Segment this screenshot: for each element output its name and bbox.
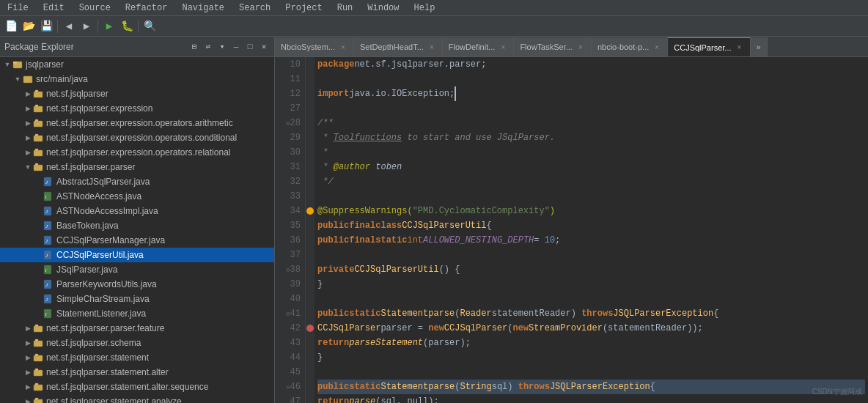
svg-rect-36 <box>35 325 38 327</box>
tree-icon-java-interface: I <box>43 191 54 202</box>
tree-arrow-net.sf.jsqlparser.parser.feature[interactable]: ▶ <box>23 325 32 332</box>
tab-close-btn[interactable]: × <box>735 43 744 52</box>
tree-item-net.sf.jsqlparser.statement.analyze[interactable]: ▶net.sf.jsqlparser.statement.analyze <box>0 394 274 403</box>
tree-label: ASTNodeAccessImpl.java <box>56 206 158 216</box>
tree-item-ASTNodeAccessImpl.java[interactable]: JASTNodeAccessImpl.java <box>0 204 274 218</box>
tab-close-btn[interactable]: × <box>427 42 436 51</box>
tree-arrow-net.sf.jsqlparser.statement.alter[interactable]: ▶ <box>23 369 32 376</box>
gutter-marker <box>306 350 315 365</box>
tree-item-net.sf.jsqlparser.expression.operators.conditional[interactable]: ▶net.sf.jsqlparser.expression.operators.… <box>0 130 274 145</box>
tree-arrow-net.sf.jsqlparser.expression.operators.arithmetic[interactable]: ▶ <box>23 119 32 127</box>
tree-label: net.sf.jsqlparser.statement.alter.sequen… <box>46 382 208 392</box>
tree-item-jsqlparser[interactable]: ▼jsqlparser <box>0 57 274 72</box>
toolbar-search[interactable]: 🔍 <box>141 18 158 34</box>
line-numbers: 10111227⊖28293031323334353637⊖383940⊖414… <box>275 57 306 403</box>
toolbar-new[interactable]: 📄 <box>3 18 19 34</box>
menu-edit[interactable]: Edit <box>40 1 67 15</box>
line-number: 33 <box>275 189 301 204</box>
tree-arrow-net.sf.jsqlparser.statement.analyze[interactable]: ▶ <box>23 398 32 403</box>
tab-close-btn[interactable]: × <box>576 42 585 51</box>
tree-item-net.sf.jsqlparser.schema[interactable]: ▶net.sf.jsqlparser.schema <box>0 336 274 350</box>
svg-rect-3 <box>34 92 43 97</box>
tree-item-ASTNodeAccess.java[interactable]: IASTNodeAccess.java <box>0 189 274 204</box>
gutter-marker <box>306 365 315 380</box>
tab-overflow[interactable]: » <box>751 37 768 56</box>
code-content[interactable]: package net.sf.jsqlparser.parser;import … <box>315 57 868 403</box>
close-panel-icon[interactable]: ✕ <box>258 41 270 53</box>
tree-icon-package <box>32 161 44 173</box>
tree-item-SimpleCharStream.java[interactable]: JSimpleCharStream.java <box>0 292 274 306</box>
tree-item-src-main-java[interactable]: ▼src/main/java <box>0 72 274 86</box>
toolbar-save[interactable]: 💾 <box>38 18 54 34</box>
svg-rect-41 <box>34 370 43 376</box>
tree-item-CCJSqlParserManager.java[interactable]: JCCJSqlParserManager.java <box>0 233 274 248</box>
explorer-tree[interactable]: ▼jsqlparser▼src/main/java▶net.sf.jsqlpar… <box>0 57 274 403</box>
toolbar-open[interactable]: 📂 <box>21 18 37 34</box>
tree-item-net.sf.jsqlparser.statement.alter[interactable]: ▶net.sf.jsqlparser.statement.alter <box>0 365 274 380</box>
svg-rect-8 <box>35 119 38 122</box>
tree-arrow-net.sf.jsqlparser.parser[interactable]: ▼ <box>23 163 32 171</box>
toolbar-forward[interactable]: ▶ <box>78 18 95 34</box>
gutter-marker <box>306 218 315 233</box>
collapse-all-icon[interactable]: ⊟ <box>188 41 200 53</box>
tree-item-ParserKeywordsUtils.java[interactable]: JParserKeywordsUtils.java <box>0 277 274 292</box>
tab-FlowDefinit[interactable]: FlowDefinit...× <box>443 37 515 56</box>
tree-arrow-net.sf.jsqlparser.statement.alter.sequence[interactable]: ▶ <box>23 383 32 391</box>
gutter-marker <box>306 101 315 116</box>
tab-close-btn[interactable]: × <box>499 42 507 51</box>
tab-close-btn[interactable]: × <box>339 42 347 51</box>
tree-icon-java-interface: I <box>43 264 54 276</box>
tree-label: net.sf.jsqlparser.parser <box>46 162 135 172</box>
tree-item-JSqlParser.java[interactable]: IJSqlParser.java <box>0 262 274 277</box>
tree-item-net.sf.jsqlparser.parser.feature[interactable]: ▶net.sf.jsqlparser.parser.feature <box>0 321 274 336</box>
toolbar-sep3 <box>138 20 139 33</box>
toolbar-back[interactable]: ◀ <box>61 18 77 34</box>
tree-item-net.sf.jsqlparser.statement[interactable]: ▶net.sf.jsqlparser.statement <box>0 350 274 365</box>
tab-CCJSqlParser[interactable]: CCJSqlParser...× <box>668 37 750 56</box>
menu-source[interactable]: Source <box>76 1 114 15</box>
tree-item-net.sf.jsqlparser[interactable]: ▶net.sf.jsqlparser <box>0 86 274 101</box>
tree-arrow-net.sf.jsqlparser.statement[interactable]: ▶ <box>23 354 32 361</box>
toolbar-run[interactable]: ▶ <box>101 18 117 34</box>
tab-SetDepthHead[interactable]: SetDepthHeadT...× <box>354 37 443 56</box>
menu-run[interactable]: Run <box>334 1 356 15</box>
tree-arrow-net.sf.jsqlparser.expression.operators.relational[interactable]: ▶ <box>23 149 32 156</box>
tab-nbcio-boot-p[interactable]: nbcio-boot-p...× <box>592 37 668 56</box>
menu-project[interactable]: Project <box>282 1 325 15</box>
toolbar-debug[interactable]: 🐛 <box>119 18 135 34</box>
svg-rect-4 <box>35 90 38 92</box>
view-menu-icon[interactable]: ▾ <box>216 41 228 53</box>
menu-search[interactable]: Search <box>236 1 273 15</box>
maximize-icon[interactable]: □ <box>244 41 256 53</box>
tab-FlowTaskSer[interactable]: FlowTaskSer...× <box>514 37 592 56</box>
tree-item-AbstractJSqlParser.java[interactable]: JAbstractJSqlParser.java <box>0 174 274 189</box>
tree-arrow-src-main-java[interactable]: ▼ <box>13 75 22 83</box>
line-number: ⊖38 <box>275 262 301 277</box>
line-number: 30 <box>275 145 301 160</box>
tree-item-net.sf.jsqlparser.expression[interactable]: ▶net.sf.jsqlparser.expression <box>0 101 274 116</box>
tree-item-net.sf.jsqlparser.expression.operators.arithmetic[interactable]: ▶net.sf.jsqlparser.expression.operators.… <box>0 116 274 130</box>
tree-item-net.sf.jsqlparser.parser[interactable]: ▼net.sf.jsqlparser.parser <box>0 160 274 174</box>
tree-arrow-net.sf.jsqlparser[interactable]: ▶ <box>23 90 32 97</box>
tree-arrow-net.sf.jsqlparser.schema[interactable]: ▶ <box>23 339 32 347</box>
tree-arrow-net.sf.jsqlparser.expression[interactable]: ▶ <box>23 105 32 112</box>
tree-item-StatementListener.java[interactable]: IStatementListener.java <box>0 306 274 321</box>
link-editor-icon[interactable]: ⇌ <box>202 41 214 53</box>
tree-item-net.sf.jsqlparser.statement.alter.sequence[interactable]: ▶net.sf.jsqlparser.statement.alter.seque… <box>0 380 274 394</box>
menu-file[interactable]: File <box>4 1 32 15</box>
tab-NbcioSystem[interactable]: NbcioSystem...× <box>275 37 354 56</box>
minimize-icon[interactable]: — <box>230 41 242 53</box>
menu-navigate[interactable]: Navigate <box>179 1 227 15</box>
tree-item-net.sf.jsqlparser.expression.operators.relational[interactable]: ▶net.sf.jsqlparser.expression.operators.… <box>0 145 274 160</box>
menu-window[interactable]: Window <box>364 1 402 15</box>
tree-icon-package <box>32 381 44 393</box>
menu-refactor[interactable]: Refactor <box>122 1 171 15</box>
tree-arrow-net.sf.jsqlparser.expression.operators.conditional[interactable]: ▶ <box>23 134 32 141</box>
svg-rect-14 <box>35 163 38 166</box>
tab-close-btn[interactable]: × <box>652 42 661 51</box>
tree-item-BaseToken.java[interactable]: JBaseToken.java <box>0 218 274 233</box>
menu-help[interactable]: Help <box>411 1 438 15</box>
tree-arrow-jsqlparser[interactable]: ▼ <box>3 61 12 68</box>
tree-icon-java: J <box>43 205 54 217</box>
tree-item-CCJSqlParserUtil.java[interactable]: JCCJSqlParserUtil.java <box>0 248 274 262</box>
